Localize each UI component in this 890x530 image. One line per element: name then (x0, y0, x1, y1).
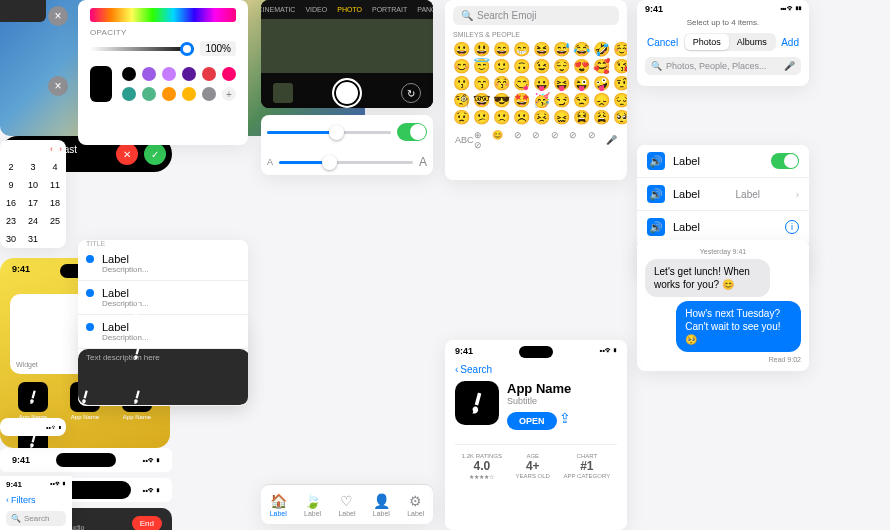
search-input[interactable]: 🔍 Search (6, 511, 66, 526)
list-item[interactable]: LabelDescription... (78, 247, 248, 281)
emoji[interactable]: 😖 (553, 110, 570, 124)
camera-flip-icon[interactable]: ↻ (401, 83, 421, 103)
calendar-day[interactable]: 23 (0, 212, 22, 230)
emoji-grid[interactable]: 😀😃😄😁😆😅😂🤣☺️😊😇🙂🙃😉😌😍🥰😘😗😙😚😋😛😝😜🤪🤨🧐🤓😎🤩🥳😏😒😞😔😟😕🙁… (453, 42, 619, 124)
toggle-switch[interactable] (397, 123, 427, 141)
color-swatch[interactable] (162, 87, 176, 101)
filters-button[interactable]: ‹ Filters (0, 493, 72, 507)
emoji[interactable]: 😝 (553, 76, 570, 90)
emoji[interactable]: 😍 (573, 59, 590, 73)
calendar-day[interactable]: 3 (22, 158, 44, 176)
emoji[interactable]: 😒 (573, 93, 590, 107)
emoji[interactable]: 🤩 (513, 93, 530, 107)
add-button[interactable]: Add (781, 37, 799, 48)
hue-slider[interactable] (90, 8, 236, 22)
calendar-day[interactable] (44, 230, 66, 248)
color-swatch[interactable] (162, 67, 176, 81)
emoji[interactable]: 😘 (613, 59, 627, 73)
emoji[interactable]: 😊 (453, 59, 470, 73)
toggle-switch[interactable] (771, 153, 799, 169)
tab-item[interactable]: 🏠Label (270, 493, 287, 517)
calendar-day[interactable]: 25 (44, 212, 66, 230)
emoji[interactable]: 🤪 (593, 76, 610, 90)
emoji[interactable]: 🥺 (613, 110, 627, 124)
color-swatch[interactable] (202, 67, 216, 81)
mic-icon[interactable]: 🎤 (606, 135, 617, 145)
calendar-day[interactable]: 10 (22, 176, 44, 194)
open-button[interactable]: OPEN (507, 412, 557, 430)
segmented-control[interactable]: PhotosAlbums (684, 33, 776, 51)
emoji[interactable]: 😜 (573, 76, 590, 90)
next-month-icon[interactable]: › (59, 144, 62, 154)
calendar-day[interactable]: 18 (44, 194, 66, 212)
calendar-day[interactable]: 31 (22, 230, 44, 248)
calendar-grid[interactable]: 234910111617182324253031 (0, 158, 66, 248)
tab-item[interactable]: ♡Label (338, 493, 355, 517)
calendar-day[interactable]: 16 (0, 194, 22, 212)
emoji[interactable]: 😟 (453, 110, 470, 124)
app-icon[interactable]: App Name (10, 382, 56, 420)
calendar-day[interactable]: 9 (0, 176, 22, 194)
color-swatch[interactable] (122, 67, 136, 81)
camera-mode[interactable]: PHOTO (337, 6, 362, 13)
emoji[interactable]: 😉 (533, 59, 550, 73)
opacity-slider[interactable] (90, 47, 194, 51)
emoji[interactable]: 😂 (573, 42, 590, 56)
emoji[interactable]: ☹️ (513, 110, 530, 124)
calendar-day[interactable]: 24 (22, 212, 44, 230)
emoji[interactable]: 😎 (493, 93, 510, 107)
share-icon[interactable]: ⇪ (559, 410, 571, 426)
emoji[interactable]: 😀 (453, 42, 470, 56)
emoji[interactable]: 😇 (473, 59, 490, 73)
cancel-button[interactable]: Cancel (647, 37, 678, 48)
emoji-search[interactable]: 🔍 Search Emoji (453, 6, 619, 25)
emoji[interactable]: 😙 (473, 76, 490, 90)
tab-item[interactable]: 🍃Label (304, 493, 321, 517)
decline-button[interactable]: ✕ (116, 143, 138, 165)
close-icon[interactable]: × (48, 76, 68, 96)
emoji[interactable]: ☺️ (613, 42, 627, 56)
color-swatch[interactable] (222, 67, 236, 81)
emoji[interactable]: 😆 (533, 42, 550, 56)
emoji[interactable]: 😣 (533, 110, 550, 124)
calendar-day[interactable]: 2 (0, 158, 22, 176)
emoji[interactable]: 🙃 (513, 59, 530, 73)
emoji[interactable]: 😕 (473, 110, 490, 124)
camera-mode[interactable]: PANO (417, 6, 433, 13)
emoji[interactable]: 😃 (473, 42, 490, 56)
abc-button[interactable]: ABC (455, 135, 474, 145)
slider[interactable] (279, 161, 413, 164)
emoji[interactable]: 🙁 (493, 110, 510, 124)
accept-button[interactable]: ✓ (144, 143, 166, 165)
emoji[interactable]: 🤨 (613, 76, 627, 90)
emoji[interactable]: 😔 (613, 93, 627, 107)
emoji[interactable]: 😚 (493, 76, 510, 90)
emoji[interactable]: 🙂 (493, 59, 510, 73)
message-outgoing[interactable]: How's next Tuesday? Can't wait to see yo… (676, 301, 801, 352)
table-row[interactable]: 🔊Label (637, 145, 809, 178)
calendar-day[interactable]: 4 (44, 158, 66, 176)
emoji[interactable]: 😗 (453, 76, 470, 90)
emoji[interactable]: 😫 (573, 110, 590, 124)
emoji[interactable]: 😩 (593, 110, 610, 124)
tab-item[interactable]: ⚙Label (407, 493, 424, 517)
emoji[interactable]: 😄 (493, 42, 510, 56)
emoji[interactable]: 😌 (553, 59, 570, 73)
emoji[interactable]: 😞 (593, 93, 610, 107)
back-button[interactable]: ‹ Search (455, 364, 617, 375)
calendar-day[interactable]: 17 (22, 194, 44, 212)
color-swatch[interactable] (142, 67, 156, 81)
list-item[interactable]: LabelDescription... (78, 315, 248, 349)
color-swatch[interactable] (142, 87, 156, 101)
emoji[interactable]: 😅 (553, 42, 570, 56)
shutter-button[interactable] (332, 78, 362, 108)
camera-modes[interactable]: CINEMATICVIDEOPHOTOPORTRAITPANO (261, 0, 433, 19)
emoji[interactable]: 🤣 (593, 42, 610, 56)
end-call-button[interactable]: End (132, 516, 162, 531)
camera-mode[interactable]: VIDEO (305, 6, 327, 13)
list-item[interactable]: LabelDescription... (78, 281, 248, 315)
slider[interactable] (267, 131, 391, 134)
camera-mode[interactable]: PORTRAIT (372, 6, 407, 13)
emoji[interactable]: 😋 (513, 76, 530, 90)
color-swatch[interactable] (182, 67, 196, 81)
